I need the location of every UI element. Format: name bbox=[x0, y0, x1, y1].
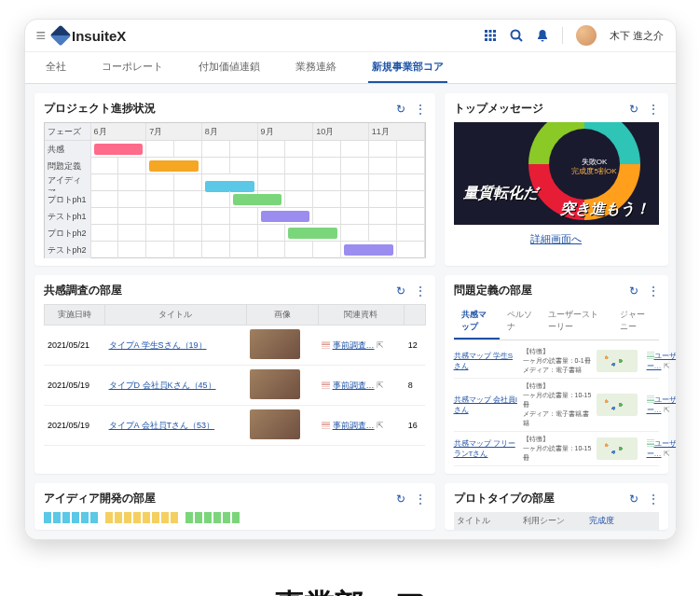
nav-tab[interactable]: 全社 bbox=[42, 52, 70, 83]
file-link[interactable]: 事前調査… bbox=[333, 381, 375, 390]
problem-row: 共感マップ フリーランTさん【特徴】 一ヶ月の読書量：10-15冊▤ユーザー… … bbox=[454, 432, 659, 466]
refresh-icon[interactable]: ↻ bbox=[396, 103, 405, 116]
map-link[interactable]: 共感マップ 学生Sさん bbox=[454, 352, 514, 370]
problem-card: 問題定義の部屋 ↻ ⋮ 共感マップペルソナユーザーストーリージャーニー 共感マッ… bbox=[445, 275, 668, 474]
more-icon[interactable]: ⋮ bbox=[648, 103, 659, 116]
gantt-row: 共感 bbox=[45, 140, 425, 157]
card-title: アイディア開発の部屋 bbox=[44, 491, 396, 506]
persona-thumb[interactable] bbox=[597, 437, 638, 460]
svg-rect-1 bbox=[489, 30, 492, 33]
share-icon[interactable]: ⇱ bbox=[664, 362, 670, 370]
svg-rect-0 bbox=[485, 30, 487, 33]
detail-link[interactable]: 詳細画面へ bbox=[454, 229, 659, 250]
brand-name: InsuiteX bbox=[72, 28, 126, 44]
avatar[interactable] bbox=[576, 25, 597, 46]
more-icon[interactable]: ⋮ bbox=[415, 284, 426, 298]
share-icon[interactable]: ⇱ bbox=[664, 450, 670, 458]
share-icon[interactable]: ⇱ bbox=[377, 381, 384, 390]
refresh-icon[interactable]: ↻ bbox=[629, 492, 638, 506]
svg-line-10 bbox=[519, 38, 523, 42]
date-cell: 2021/05/19 bbox=[44, 406, 105, 446]
banner-badge: 失敗OK 完成度5割OK bbox=[571, 158, 616, 177]
more-icon[interactable]: ⋮ bbox=[648, 284, 659, 298]
subtab[interactable]: ペルソナ bbox=[500, 304, 540, 340]
col-header: タイトル bbox=[105, 305, 247, 326]
gantt-bar[interactable] bbox=[288, 228, 337, 239]
persona-thumb[interactable] bbox=[597, 394, 638, 416]
menu-icon[interactable]: ≡ bbox=[36, 26, 47, 46]
title-link[interactable]: タイプA 会社員Tさん（53） bbox=[109, 421, 215, 430]
apps-icon[interactable] bbox=[484, 29, 497, 42]
refresh-icon[interactable]: ↻ bbox=[629, 284, 638, 298]
file-link[interactable]: 事前調査… bbox=[333, 421, 375, 430]
more-icon[interactable]: ⋮ bbox=[648, 492, 659, 506]
svg-rect-2 bbox=[493, 30, 496, 33]
gantt-bar[interactable] bbox=[344, 244, 393, 256]
top-message-card: トップメッセージ ↻ ⋮ 失敗OK 完成度5割OK 量質転化だ 突き進もう！ 詳… bbox=[445, 93, 668, 266]
gantt-row-label: プロトph1 bbox=[45, 191, 91, 208]
app-window: ≡ InsuiteX 木下 進之介 全社コーポレート付加価値連鎖業務連絡新規事業… bbox=[24, 19, 677, 540]
gantt-bar[interactable] bbox=[233, 194, 282, 205]
meta-text: 【特徴】 一ヶ月の読書量：0-1冊 メディア：電子書籍 bbox=[523, 347, 593, 375]
svg-point-9 bbox=[512, 31, 520, 39]
username[interactable]: 木下 進之介 bbox=[610, 29, 664, 43]
thumbnail[interactable] bbox=[250, 409, 300, 439]
thumbnail[interactable] bbox=[250, 329, 300, 359]
card-title: 問題定義の部屋 bbox=[454, 283, 629, 298]
date-cell: 2021/05/21 bbox=[44, 326, 105, 366]
gantt-row-label: 問題定義 bbox=[45, 158, 91, 174]
banner-slogan: 量質転化だ 突き進もう！ bbox=[463, 185, 650, 217]
refresh-icon[interactable]: ↻ bbox=[396, 492, 405, 506]
share-icon[interactable]: ⇱ bbox=[664, 406, 670, 414]
gantt-row: プロトph1 bbox=[45, 190, 425, 207]
subtab[interactable]: ユーザーストーリー bbox=[541, 304, 612, 340]
table-row: 2021/05/19タイプA 会社員Tさん（53）▤ 事前調査… ⇱16 bbox=[44, 406, 425, 446]
nav-tab[interactable]: 業務連絡 bbox=[292, 52, 340, 83]
subtab[interactable]: 共感マップ bbox=[454, 304, 501, 340]
card-title: トップメッセージ bbox=[454, 101, 629, 117]
file-link[interactable]: 事前調査… bbox=[333, 340, 375, 350]
more-icon[interactable]: ⋮ bbox=[415, 103, 426, 116]
col-header bbox=[405, 305, 425, 326]
title-link[interactable]: タイプD 会社員Kさん（45） bbox=[109, 381, 216, 390]
count-cell: 16 bbox=[405, 406, 425, 446]
more-icon[interactable]: ⋮ bbox=[415, 492, 426, 506]
brand-logo[interactable]: InsuiteX bbox=[53, 28, 126, 44]
subtab[interactable]: ジャーニー bbox=[612, 304, 659, 340]
gantt-bar[interactable] bbox=[149, 160, 199, 172]
empathy-card: 共感調査の部屋 ↻ ⋮ 実施日時タイトル画像関連資料2021/05/21タイプA… bbox=[34, 275, 435, 474]
share-icon[interactable]: ⇱ bbox=[377, 340, 384, 350]
gantt-bar[interactable] bbox=[261, 211, 310, 222]
map-link[interactable]: 共感マップ 会社員Iさん bbox=[454, 395, 517, 414]
persona-thumb[interactable] bbox=[597, 350, 638, 372]
nav-tab[interactable]: 新規事業部コア bbox=[368, 52, 447, 83]
map-link[interactable]: 共感マップ フリーランTさん bbox=[454, 439, 515, 458]
share-icon[interactable]: ⇱ bbox=[377, 421, 384, 430]
top-actions: 木下 進之介 bbox=[484, 25, 664, 46]
problem-row: 共感マップ 会社員Iさん【特徴】 一ヶ月の読書量：10-15冊 メディア：電子書… bbox=[454, 379, 659, 432]
top-message-banner[interactable]: 失敗OK 完成度5割OK 量質転化だ 突き進もう！ bbox=[454, 122, 659, 225]
gantt-month: 11月 bbox=[369, 123, 425, 140]
count-cell: 8 bbox=[405, 366, 425, 406]
proto-col: 利用シーン bbox=[523, 515, 589, 527]
nav-tab[interactable]: 付加価値連鎖 bbox=[195, 52, 264, 83]
gantt-chart: フェーズ6月7月8月9月10月11月共感問題定義アイディアプロトph1テストph… bbox=[44, 122, 426, 258]
date-cell: 2021/05/19 bbox=[44, 366, 105, 406]
search-icon[interactable] bbox=[510, 29, 523, 42]
thumbnail[interactable] bbox=[250, 369, 300, 399]
nav-tab[interactable]: コーポレート bbox=[98, 52, 167, 83]
title-link[interactable]: タイプA 学生Sさん（19） bbox=[109, 340, 207, 350]
doc-icon: ▤ bbox=[647, 439, 654, 448]
logo-mark-icon bbox=[50, 25, 72, 47]
gantt-bar[interactable] bbox=[94, 144, 144, 155]
count-cell: 12 bbox=[405, 326, 425, 366]
divider bbox=[562, 27, 563, 44]
gantt-row-label: 共感 bbox=[45, 141, 91, 158]
col-header: 画像 bbox=[246, 305, 318, 326]
project-progress-card: プロジェクト進捗状況 ↻ ⋮ フェーズ6月7月8月9月10月11月共感問題定義ア… bbox=[34, 93, 435, 266]
bell-icon[interactable] bbox=[536, 29, 549, 42]
refresh-icon[interactable]: ↻ bbox=[396, 284, 405, 298]
gantt-row-label: プロトph2 bbox=[45, 225, 91, 242]
col-header: 関連資料 bbox=[318, 305, 405, 326]
refresh-icon[interactable]: ↻ bbox=[629, 103, 638, 116]
